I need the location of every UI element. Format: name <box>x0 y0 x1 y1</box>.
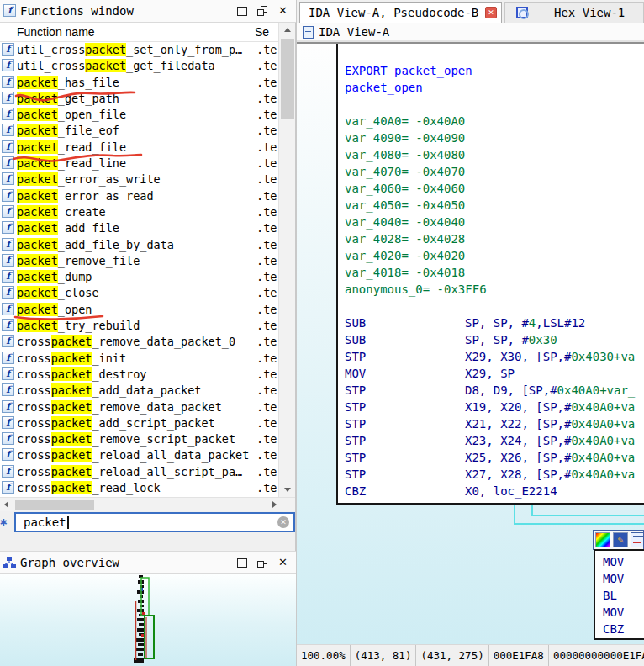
disasm-line[interactable]: SUBSP, SP, #0x30 <box>345 331 644 348</box>
function-row[interactable]: fcrosspacket_init.te <box>0 351 278 367</box>
function-row[interactable]: fcrosspacket_reload_all_script_pa….te <box>0 464 278 480</box>
scroll-left-icon[interactable] <box>4 501 8 508</box>
function-row[interactable]: fpacket_dump.te <box>0 269 278 285</box>
function-row[interactable]: fpacket_error_as_write.te <box>0 172 278 188</box>
column-segment[interactable]: Se <box>255 25 269 39</box>
function-row[interactable]: fpacket_has_file.te <box>0 75 278 91</box>
disasm-line[interactable]: var_4028= -0x4028 <box>345 230 644 247</box>
function-row[interactable]: fcrosspacket_read_lock.te <box>0 480 278 496</box>
function-f-icon: f <box>3 4 16 17</box>
horizontal-scrollbar-thumb[interactable] <box>15 500 94 510</box>
disasm-line[interactable]: STPX27, X28, [SP,#0x40A0+va <box>345 466 644 483</box>
column-function-name[interactable]: Function name <box>17 25 95 39</box>
function-row[interactable]: fpacket_file_eof.te <box>0 123 278 139</box>
disasm-line[interactable]: STPX29, X30, [SP,#0x4030+va <box>345 348 644 365</box>
disasm-line[interactable]: BL <box>603 587 644 604</box>
function-row[interactable]: fpacket_add_file_by_data.te <box>0 237 278 253</box>
disasm-line[interactable]: STPX19, X20, [SP,#0x40A0+va <box>345 399 644 415</box>
function-row[interactable]: fpacket_close.te <box>0 285 278 301</box>
disasm-line[interactable]: STPD8, D9, [SP,#0x40A0+var_ <box>345 382 644 399</box>
function-row[interactable]: fcrosspacket_remove_data_packet_0.te <box>0 334 278 350</box>
disasm-line[interactable]: var_4070= -0x4070 <box>345 163 644 180</box>
disasm-line[interactable]: MOV <box>603 570 644 587</box>
tab-hex-view[interactable]: Hex View-1 <box>504 2 644 23</box>
edit-node-icon[interactable]: ✎ <box>613 532 628 547</box>
disassembly-panel: IDA View-A, Pseudocode-B ✕ Hex View-1 ID… <box>297 0 644 666</box>
clear-filter-icon[interactable]: ✕ <box>277 516 289 528</box>
maximize-icon[interactable] <box>237 558 247 568</box>
function-row[interactable]: fpacket_open_file.te <box>0 107 278 123</box>
disasm-line[interactable]: var_4040= -0x4040 <box>345 214 644 230</box>
operand: SP, SP, # <box>465 333 529 346</box>
disasm-line[interactable]: EXPORT packet_open <box>345 62 644 79</box>
close-icon[interactable]: ✕ <box>278 4 291 16</box>
match-highlight: packet <box>17 221 58 235</box>
function-list-header[interactable]: Function name Se <box>0 23 278 42</box>
disasm-line[interactable]: var_40A0= -0x40A0 <box>345 113 644 130</box>
function-row[interactable]: fpacket_try_rebuild.te <box>0 318 278 334</box>
disasm-line[interactable] <box>345 298 644 314</box>
float-window-icon[interactable] <box>257 6 270 18</box>
function-name: packet_dump <box>17 270 92 283</box>
operand: 0x40A0 <box>557 383 600 397</box>
disasm-line[interactable]: MOV <box>603 604 644 621</box>
close-icon[interactable]: ✕ <box>278 556 291 568</box>
group-node-icon[interactable] <box>631 532 644 547</box>
function-row[interactable]: fpacket_remove_file.te <box>0 253 278 269</box>
function-segment: .te <box>256 352 277 365</box>
function-name: packet_add_file <box>17 221 119 235</box>
float-window-icon[interactable] <box>257 558 270 569</box>
disasm-line[interactable]: var_4090= -0x4090 <box>345 130 644 146</box>
vertical-scrollbar[interactable] <box>278 23 295 497</box>
function-row[interactable]: fcrosspacket_destroy.te <box>0 367 278 383</box>
disasm-line[interactable]: MOVX29, SP <box>345 365 644 382</box>
scroll-down-icon[interactable] <box>284 488 291 492</box>
disasm-line[interactable]: MOV <box>603 553 644 570</box>
disasm-line[interactable]: packet_open <box>345 79 644 96</box>
filter-input[interactable]: packet ✕ <box>14 512 295 532</box>
function-row[interactable]: fpacket_create.te <box>0 204 278 220</box>
function-row[interactable]: fpacket_add_file.te <box>0 220 278 236</box>
graph-view[interactable]: EXPORT packet_openpacket_openvar_40A0= -… <box>297 44 644 644</box>
disasm-line[interactable]: CBZX0, loc_E2214 <box>345 483 644 500</box>
tab-ida-view-pseudocode[interactable]: IDA View-A, Pseudocode-B ✕ <box>299 2 502 23</box>
function-row[interactable]: fcrosspacket_add_script_packet.te <box>0 415 278 431</box>
function-row[interactable]: fpacket_open.te <box>0 302 278 318</box>
disasm-line[interactable]: var_4018= -0x4018 <box>345 264 644 281</box>
function-row[interactable]: fcrosspacket_reload_all_data_packet.te <box>0 447 278 463</box>
function-row[interactable]: futil_crosspacket_get_filedata.te <box>0 58 278 74</box>
vertical-scrollbar-thumb[interactable] <box>281 39 294 119</box>
disasm-text: var_4018= -0x4018 <box>345 266 465 279</box>
horizontal-scrollbar[interactable] <box>0 497 295 511</box>
operand: X29, SP <box>465 367 515 380</box>
disasm-line[interactable]: SUBSP, SP, #4,LSL#12 <box>345 314 644 331</box>
disasm-line[interactable]: STPX25, X26, [SP,#0x40A0+va <box>345 449 644 466</box>
graph-node-secondary[interactable]: MOVMOVBLMOVCBZ <box>594 549 644 640</box>
disasm-line[interactable]: var_4080= -0x4080 <box>345 146 644 163</box>
disasm-line[interactable]: var_4050= -0x4050 <box>345 197 644 214</box>
disasm-line[interactable]: var_4020= -0x4020 <box>345 247 644 264</box>
disasm-line[interactable]: var_4060= -0x4060 <box>345 180 644 197</box>
disasm-line[interactable] <box>345 96 644 113</box>
graph-overview-thumbnail[interactable] <box>0 574 296 666</box>
function-row[interactable]: fcrosspacket_remove_script_packet.te <box>0 431 278 447</box>
disasm-line[interactable]: CBZ <box>603 621 644 637</box>
function-f-icon: f <box>2 465 14 478</box>
tab-close-icon[interactable]: ✕ <box>485 7 497 18</box>
function-row[interactable]: fcrosspacket_remove_data_packet.te <box>0 399 278 415</box>
scroll-up-icon[interactable] <box>284 28 291 32</box>
function-row[interactable]: fpacket_read_line.te <box>0 156 278 172</box>
function-row[interactable]: fpacket_get_path.te <box>0 91 278 107</box>
function-row[interactable]: fpacket_read_file.te <box>0 140 278 156</box>
disasm-line[interactable]: STPX23, X24, [SP,#0x40A0+va <box>345 432 644 449</box>
function-row[interactable]: futil_crosspacket_set_only_from_p….te <box>0 42 278 58</box>
graph-node-packet-open[interactable]: EXPORT packet_openpacket_openvar_40A0= -… <box>336 44 644 505</box>
function-row[interactable]: fcrosspacket_add_data_packet.te <box>0 383 278 399</box>
maximize-icon[interactable] <box>237 7 247 16</box>
disasm-line[interactable]: STPX21, X22, [SP,#0x40A0+va <box>345 415 644 432</box>
disasm-line[interactable]: anonymous_0= -0x3FF6 <box>345 281 644 298</box>
scroll-right-icon[interactable] <box>272 501 277 508</box>
subtab-ida-view-a[interactable]: IDA View-A <box>297 23 644 44</box>
node-color-icon[interactable] <box>595 532 610 547</box>
function-row[interactable]: fpacket_error_as_read.te <box>0 188 278 204</box>
